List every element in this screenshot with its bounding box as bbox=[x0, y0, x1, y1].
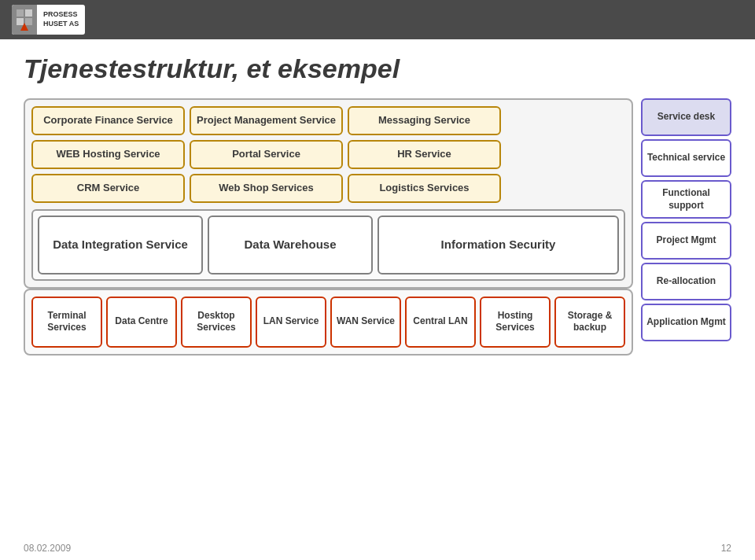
service-box-logistics[interactable]: Logistics Services bbox=[348, 174, 501, 203]
service-box-messaging[interactable]: Messaging Service bbox=[348, 106, 501, 135]
grid-col-3: Messaging Service HR Service Logistics S… bbox=[348, 106, 501, 203]
service-box-corporate-finance[interactable]: Corporate Finance Service bbox=[31, 106, 185, 135]
bottom-box-datacentre[interactable]: Data Centre bbox=[106, 297, 177, 348]
integration-row: Data Integration Service Data Warehouse … bbox=[31, 209, 625, 281]
diagram: Corporate Finance Service WEB Hosting Se… bbox=[24, 98, 731, 356]
bottom-box-terminal[interactable]: Terminal Services bbox=[31, 297, 102, 348]
sidebar-functional-support[interactable]: Functional support bbox=[641, 180, 731, 219]
bottom-box-wan[interactable]: WAN Service bbox=[330, 297, 401, 348]
bottom-row: Terminal Services Data Centre Desktop Se… bbox=[24, 289, 633, 356]
header-bar: PROSESS HUSET AS bbox=[0, 0, 755, 39]
service-box-hr[interactable]: HR Service bbox=[348, 140, 501, 169]
sidebar-reallocation[interactable]: Re-allocation bbox=[641, 263, 731, 300]
bottom-box-centrallan[interactable]: Central LAN bbox=[405, 297, 476, 348]
main-content: Tjenestestruktur, et eksempel Corporate … bbox=[0, 39, 755, 363]
integration-box-data-warehouse[interactable]: Data Warehouse bbox=[208, 216, 373, 274]
svg-rect-2 bbox=[17, 18, 24, 25]
sidebar-project-mgmt[interactable]: Project Mgmt bbox=[641, 222, 731, 260]
bottom-box-desktop[interactable]: Desktop Services bbox=[181, 297, 252, 348]
bottom-box-hosting[interactable]: Hosting Services bbox=[480, 297, 551, 348]
svg-rect-1 bbox=[25, 9, 32, 17]
service-box-project-mgmt[interactable]: Project Management Service bbox=[190, 106, 343, 135]
svg-rect-0 bbox=[17, 9, 24, 17]
left-area: Corporate Finance Service WEB Hosting Se… bbox=[24, 98, 633, 356]
logo-text-line1: PROSESS bbox=[43, 10, 79, 20]
service-grid: Corporate Finance Service WEB Hosting Se… bbox=[31, 106, 625, 203]
bottom-box-storage[interactable]: Storage & backup bbox=[554, 297, 625, 348]
footer-page: 12 bbox=[721, 543, 731, 554]
sidebar-application-mgmt[interactable]: Application Mgmt bbox=[641, 304, 731, 341]
footer-date: 08.02.2009 bbox=[24, 543, 71, 554]
sidebar-technical-service[interactable]: Technical service bbox=[641, 139, 731, 177]
service-box-webshop[interactable]: Web Shop Services bbox=[190, 174, 343, 203]
grid-col-1: Corporate Finance Service WEB Hosting Se… bbox=[31, 106, 185, 203]
logo-icon bbox=[16, 9, 33, 31]
outer-frame: Corporate Finance Service WEB Hosting Se… bbox=[24, 98, 633, 289]
service-box-portal[interactable]: Portal Service bbox=[190, 140, 343, 169]
service-box-web-hosting[interactable]: WEB Hosting Service bbox=[31, 140, 185, 169]
page-title: Tjenestestruktur, et eksempel bbox=[24, 53, 731, 84]
bottom-box-lan[interactable]: LAN Service bbox=[256, 297, 326, 348]
sidebar-service-desk[interactable]: Service desk bbox=[641, 98, 731, 136]
footer: 08.02.2009 12 bbox=[24, 543, 731, 554]
service-box-crm[interactable]: CRM Service bbox=[31, 174, 185, 203]
integration-box-info-security[interactable]: Information Security bbox=[378, 216, 619, 274]
integration-box-data-integration[interactable]: Data Integration Service bbox=[38, 216, 203, 274]
logo-text-line2: HUSET AS bbox=[43, 20, 79, 29]
svg-rect-3 bbox=[25, 18, 32, 25]
grid-col-2: Project Management Service Portal Servic… bbox=[190, 106, 343, 203]
right-sidebar: Service desk Technical service Functiona… bbox=[641, 98, 731, 356]
